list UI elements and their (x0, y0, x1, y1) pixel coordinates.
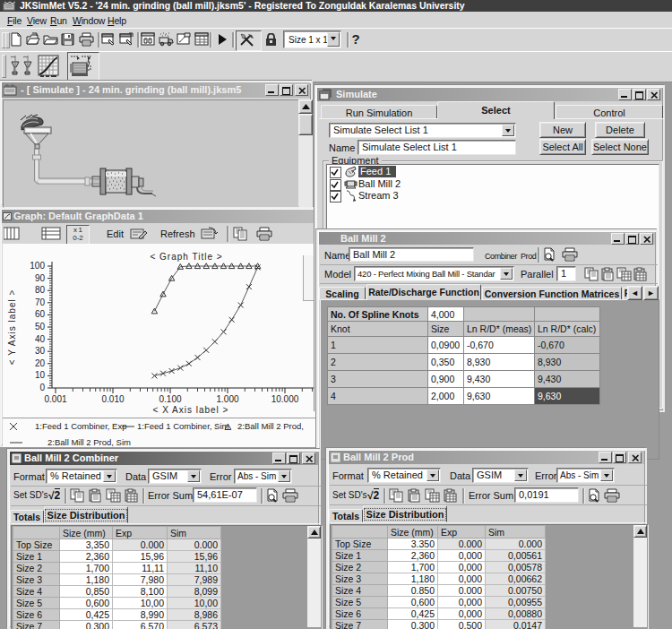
svg-text:80: 80 (35, 285, 46, 295)
svg-text:1:Feed 1 Combiner, Exp: 1:Feed 1 Combiner, Exp (35, 421, 126, 431)
svg-text:30: 30 (35, 346, 46, 356)
svg-text:20: 20 (35, 358, 46, 368)
svg-text:1.000: 1.000 (216, 394, 238, 404)
svg-text:0.100: 0.100 (159, 394, 181, 404)
svg-text:90: 90 (35, 273, 46, 283)
svg-text:60: 60 (35, 309, 46, 319)
svg-text:< X Axis label >: < X Axis label > (153, 405, 229, 415)
svg-text:0.001: 0.001 (44, 394, 66, 404)
svg-text:10.000: 10.000 (271, 394, 299, 404)
svg-text:2:Ball Mill 2 Prod,: 2:Ball Mill 2 Prod, (237, 421, 304, 431)
svg-text:40: 40 (35, 334, 46, 344)
svg-text:100: 100 (30, 261, 45, 271)
svg-text:50: 50 (35, 322, 46, 332)
svg-text:< Y Axis label >: < Y Axis label > (7, 289, 17, 366)
svg-text:0: 0 (39, 383, 45, 392)
svg-text:< Graph Title >: < Graph Title > (150, 252, 222, 262)
svg-text:10: 10 (35, 370, 46, 380)
svg-text:2:Ball Mill 2 Prod, Sim: 2:Ball Mill 2 Prod, Sim (47, 437, 131, 447)
svg-text:0.010: 0.010 (101, 394, 124, 404)
svg-text:70: 70 (35, 297, 46, 307)
svg-text:1:Feed 1 Combiner, Sim: 1:Feed 1 Combiner, Sim (137, 421, 229, 431)
